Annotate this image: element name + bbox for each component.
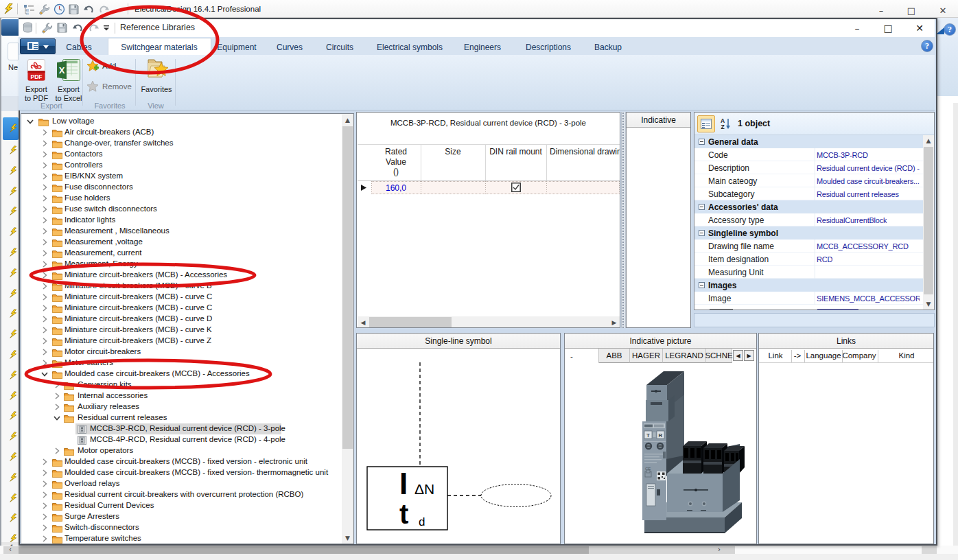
export-to-pdf-button[interactable]: PDF Export to PDF (21, 58, 52, 103)
main-maximize-button[interactable]: □ (901, 3, 922, 17)
tree-item-label[interactable]: Temperature switches (65, 534, 141, 542)
chevron-right-icon[interactable] (41, 129, 48, 136)
ribbon-tab-circuits[interactable]: Circuits (326, 39, 353, 55)
chevron-right-icon[interactable] (41, 239, 48, 246)
chevron-right-icon[interactable] (41, 283, 48, 290)
chevron-right-icon[interactable] (41, 349, 48, 355)
tree-item[interactable]: Low voltage (21, 116, 353, 127)
chevron-right-icon[interactable] (41, 305, 48, 312)
property-row[interactable]: ImageSIEMENS_MCCB_ACCESSORY_R... (694, 292, 923, 305)
ribbon-tab-descriptions[interactable]: Descriptions (526, 39, 571, 55)
tree-item[interactable]: MCCB-3P-RCD, Residual current device (RC… (21, 423, 353, 434)
chevron-down-icon[interactable] (41, 371, 48, 377)
chevron-right-icon[interactable] (41, 184, 48, 191)
tree-item-label[interactable]: Controllers (65, 161, 103, 169)
tree-item-label[interactable]: Miniature circuit-breakers (MCB) - curve… (65, 303, 212, 312)
side-tab-lightning-icon[interactable] (10, 124, 17, 134)
tree-item-label[interactable]: Fuse disconnectors (65, 183, 133, 191)
chevron-right-icon[interactable] (41, 502, 48, 509)
picture-tab-schne[interactable]: SCHNE (706, 349, 732, 363)
tree-item[interactable]: Moulded case circuit-breakers (MCCB) - f… (21, 456, 353, 467)
collapse-icon[interactable] (699, 282, 705, 288)
property-row[interactable]: Measuring Unit (694, 266, 923, 279)
chevron-right-icon[interactable] (41, 173, 48, 180)
tree-item-label[interactable]: Auxiliary releases (78, 402, 139, 410)
child-help-icon[interactable]: ? (921, 40, 933, 52)
din-rail-mount-checkbox[interactable] (511, 183, 521, 192)
chevron-right-icon[interactable] (41, 272, 48, 279)
property-value[interactable]: SIEMENS_MCCB_ACCESSORY_R... (817, 294, 920, 303)
undo-icon[interactable] (83, 3, 95, 16)
tree-item[interactable]: Miniature circuit-breakers (MCB) - curve… (21, 314, 353, 325)
main-help-icon[interactable]: ? (944, 23, 956, 36)
wrench-icon[interactable] (38, 3, 51, 16)
property-row[interactable]: DescriptionResidual current device (RCD)… (694, 161, 923, 174)
prop-scroll-thumb[interactable] (924, 147, 933, 294)
ribbon-tab-curves[interactable]: Curves (277, 39, 303, 55)
property-value[interactable]: ResidualCurrentBlock (817, 216, 887, 224)
tree-item[interactable]: Miniature circuit-breakers (MCB) - Acces… (21, 270, 353, 281)
tree-item-label[interactable]: MCCB-3P-RCD, Residual current device (RC… (90, 424, 285, 432)
side-tab-lightning-icon[interactable] (10, 371, 17, 381)
property-row[interactable]: Main cateogyMoulded case circuit-breaker… (694, 174, 923, 187)
child-maximize-button[interactable]: □ (876, 21, 900, 36)
tree-item-label[interactable]: Surge Arresters (65, 512, 119, 520)
tree-item-label[interactable]: Contactors (65, 150, 103, 158)
property-row[interactable]: Item designationRCD (694, 253, 923, 266)
tree-item[interactable]: Measurement, current (21, 248, 353, 259)
tree-item[interactable]: Miniature circuit-breakers (MCB) - curve… (21, 325, 353, 336)
tree-item-label[interactable]: Internal accessories (78, 391, 148, 399)
tree-item-label[interactable]: Miniature circuit-breakers (MCB) - curve… (65, 336, 211, 345)
chevron-right-icon[interactable] (41, 206, 48, 213)
chevron-right-icon[interactable] (41, 513, 48, 520)
side-tab-lightning-icon[interactable] (10, 166, 17, 176)
tree-scroll-up-icon[interactable]: ▲ (342, 114, 353, 126)
property-row[interactable]: Drawing file nameMCCB_ACCESSORY_RCD (694, 240, 923, 253)
links-column-kind[interactable]: Kind (898, 351, 914, 360)
tree-item-label[interactable]: Motor circuit-breakers (65, 347, 141, 355)
property-category-row[interactable]: Accessories' data (694, 200, 923, 213)
picture-tabs-scroll-right-icon[interactable]: ▶ (744, 350, 754, 361)
bottom-scroll-right-icon[interactable]: › (714, 546, 724, 554)
property-row[interactable]: CodeMCCB-3P-RCD (694, 148, 923, 161)
side-tab-lightning-icon[interactable] (10, 207, 17, 217)
chevron-right-icon[interactable] (41, 491, 48, 498)
tree-item-label[interactable]: MCCB-4P-RCD, Residual current device (RC… (90, 435, 285, 443)
tree-item[interactable]: Fuse switch disconnectors (21, 204, 353, 215)
tree-item[interactable]: Moulded case circuit-breakers (MCCB) - f… (21, 467, 353, 478)
tree-item[interactable]: Residual Current Devices (21, 500, 353, 511)
tree-item-label[interactable]: Residual current releases (78, 413, 167, 421)
vertical-splitter[interactable] (621, 112, 626, 328)
chevron-right-icon[interactable] (41, 294, 48, 301)
tree-item-label[interactable]: Fuse holders (65, 194, 110, 202)
property-row[interactable]: SubcategoryResidual current releases (694, 187, 923, 200)
property-category-row[interactable]: Images (694, 279, 923, 292)
property-value[interactable]: Moulded case circuit-breakers... (817, 177, 920, 185)
clock-icon[interactable] (54, 3, 66, 16)
links-column-company[interactable]: Company (842, 351, 876, 360)
tree-item[interactable]: Auxiliary releases (21, 401, 353, 412)
side-tab-lightning-icon[interactable] (10, 493, 17, 504)
tree-item[interactable]: Motor operators (21, 445, 353, 456)
cell-rated-value[interactable]: 160,0 (373, 183, 419, 193)
tree-item[interactable]: MCCB-4P-RCD, Residual current device (RC… (21, 434, 353, 445)
tree-item-label[interactable]: Air circuit-breakers (ACB) (65, 128, 154, 136)
tree-item-label[interactable]: Residual Current Devices (65, 501, 154, 509)
chevron-right-icon[interactable] (41, 480, 48, 487)
column-header-dimensional-drawing[interactable]: Dimensional drawing (548, 147, 620, 157)
chevron-right-icon[interactable] (54, 404, 60, 410)
tree-item-label[interactable]: Residual current circuit-breakers with o… (65, 490, 303, 498)
child-close-button[interactable]: ✕ (908, 21, 931, 36)
tree-item[interactable]: Residual current releases (21, 412, 353, 423)
property-row[interactable]: Accessory typeResidualCurrentBlock (694, 213, 923, 226)
tree-item-label[interactable]: Miniature circuit-breakers (MCB) - Acces… (65, 270, 227, 279)
tree-item[interactable]: Conversion kits (21, 380, 353, 390)
tree-item[interactable]: Surge Arresters (21, 511, 353, 522)
tree-item-label[interactable]: Motor operators (78, 446, 133, 454)
chevron-right-icon[interactable] (41, 151, 48, 158)
picture-tab-hager[interactable]: HAGER (630, 349, 663, 363)
side-tab-lightning-icon[interactable] (10, 452, 17, 463)
tree-item[interactable]: Moulded case circuit-breakers (MCCB) - A… (21, 369, 353, 380)
bottom-scroll-left-icon[interactable]: ‹ (5, 546, 15, 554)
chevron-right-icon[interactable] (41, 469, 48, 476)
